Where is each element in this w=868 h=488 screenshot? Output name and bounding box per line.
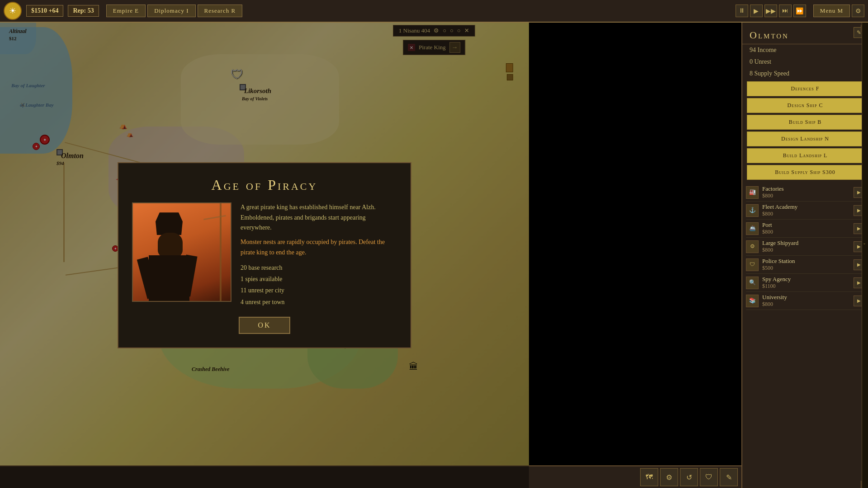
modal-text-area: A great pirate king has established hims… <box>241 202 397 308</box>
building-factories: 🏭 Factories $800 ▶ <box>746 183 864 202</box>
modal-stats: 20 base research 1 spies available 11 un… <box>241 262 397 308</box>
large-shipyard-name: Large Shipyard <box>762 239 850 247</box>
rep-display: Rep: 53 <box>68 5 99 17</box>
modal-stat4: 4 unrest per town <box>241 296 397 308</box>
build-ship-button[interactable]: Build Ship B <box>747 115 863 130</box>
building-fleet-academy: ⚓ Fleet Academy $800 ▶ <box>746 202 864 220</box>
police-station-info: Police Station $500 <box>762 258 850 272</box>
university-info: University $800 <box>762 294 850 308</box>
modal-para2: Monster nests are rapidly occupied by pi… <box>241 237 397 258</box>
port-info: Port $800 <box>762 221 850 235</box>
building-large-shipyard: ⚙ Large Shipyard $800 ▶ <box>746 238 864 256</box>
map-view-button[interactable]: 🗺 <box>640 468 658 486</box>
diplomacy-button[interactable]: Diplomacy I <box>147 5 195 17</box>
pause-button[interactable]: ⏸ <box>736 5 748 17</box>
design-landship-button[interactable]: Design Landship N <box>747 131 863 146</box>
modal-stat2: 1 spies available <box>241 273 397 285</box>
speed2-button[interactable]: ▶▶ <box>764 5 777 17</box>
buildings-list: 🏭 Factories $800 ▶ ⚓ Fleet Academy $800 … <box>742 183 868 310</box>
menu-button[interactable]: Menu M <box>813 5 850 17</box>
port-cost: $800 <box>762 229 850 235</box>
pirate-image <box>132 202 231 302</box>
topbar: ☀ $1510 +64 Rep: 53 Empire E Diplomacy I… <box>0 0 868 23</box>
fleet-academy-cost: $800 <box>762 211 850 217</box>
spy-agency-icon: 🔍 <box>746 277 759 289</box>
income-stat: 94 Income <box>742 44 868 56</box>
empire-button[interactable]: Empire E <box>106 5 146 17</box>
defences-button[interactable]: Defences F <box>747 81 863 96</box>
spy-agency-info: Spy Agency $1100 <box>762 276 850 290</box>
police-station-name: Police Station <box>762 258 850 265</box>
building-university: 📚 University $800 ▶ <box>746 292 864 310</box>
pirate-hat <box>156 212 183 235</box>
build-supply-ship-button[interactable]: Build Supply Ship S300 <box>747 165 863 180</box>
modal-content: A great pirate king has established hims… <box>132 202 397 308</box>
building-police-station: 🛡 Police Station $500 ▶ <box>746 256 864 274</box>
police-station-icon: 🛡 <box>746 258 759 271</box>
pirate-head <box>158 233 183 258</box>
university-icon: 📚 <box>746 295 759 307</box>
large-shipyard-icon: ⚙ <box>746 240 759 253</box>
age-of-piracy-modal: Age of Piracy A great pirate king has es… <box>118 162 411 348</box>
large-shipyard-info: Large Shipyard $800 <box>762 239 850 253</box>
map-reset-button[interactable]: ↺ <box>680 468 698 486</box>
university-name: University <box>762 294 850 301</box>
spy-agency-cost: $1100 <box>762 283 850 290</box>
supply-speed-stat: 8 Supply Speed <box>742 68 868 80</box>
modal-title: Age of Piracy <box>132 177 397 193</box>
port-icon: 🚢 <box>746 222 759 235</box>
modal-overlay: Age of Piracy A great pirate king has es… <box>0 23 529 488</box>
logo-icon[interactable]: ☀ <box>4 2 22 20</box>
design-ship-button[interactable]: Design Ship C <box>747 98 863 113</box>
settings-icon[interactable]: ⚙ <box>852 5 864 17</box>
map-settings-button[interactable]: ⚙ <box>660 468 678 486</box>
map-defense-button[interactable]: 🛡 <box>700 468 718 486</box>
fleet-academy-name: Fleet Academy <box>762 203 850 211</box>
city-name-title: Olmton <box>742 25 868 44</box>
factories-name: Factories <box>762 185 850 192</box>
large-shipyard-cost: $800 <box>762 247 850 253</box>
research-button[interactable]: Research R <box>198 5 243 17</box>
factories-icon: 🏭 <box>746 186 759 199</box>
speed1-button[interactable]: ▶ <box>750 5 763 17</box>
modal-stat1: 20 base research <box>241 262 397 273</box>
unrest-stat: 0 Unrest <box>742 56 868 68</box>
mast-icon <box>220 203 222 302</box>
factories-cost: $800 <box>762 192 850 199</box>
fleet-academy-icon: ⚓ <box>746 204 759 217</box>
factories-info: Factories $800 <box>762 185 850 199</box>
building-spy-agency: 🔍 Spy Agency $1100 ▶ <box>746 274 864 292</box>
right-panel: Olmton ✎ 94 Income 0 Unrest 8 Supply Spe… <box>741 0 868 488</box>
police-station-cost: $500 <box>762 265 850 272</box>
port-name: Port <box>762 221 850 229</box>
spy-agency-name: Spy Agency <box>762 276 850 283</box>
skip-button[interactable]: ⏭ <box>779 5 792 17</box>
right-edge-arrow[interactable]: › <box>862 0 868 488</box>
modal-para1: A great pirate king has established hims… <box>241 202 397 233</box>
modal-ok-button[interactable]: OK <box>239 317 290 334</box>
modal-stat3: 11 unrest per city <box>241 285 397 296</box>
university-cost: $800 <box>762 301 850 308</box>
fleet-academy-info: Fleet Academy $800 <box>762 203 850 217</box>
map-edit-button[interactable]: ✎ <box>720 468 738 486</box>
money-display: $1510 +64 <box>26 5 63 17</box>
fast-forward-button[interactable]: ⏩ <box>793 5 806 17</box>
build-landship-button[interactable]: Build Landship L <box>747 148 863 163</box>
building-port: 🚢 Port $800 ▶ <box>746 220 864 238</box>
